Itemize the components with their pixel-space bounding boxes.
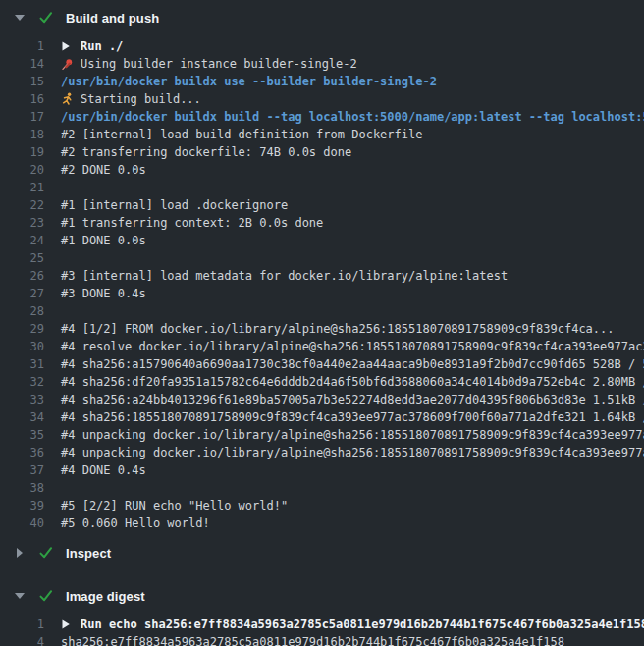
line-number[interactable]: 24 <box>0 232 44 249</box>
log-text: #4 resolve docker.io/library/alpine@sha2… <box>61 338 644 355</box>
log-text: #5 0.060 Hello world! <box>61 514 210 532</box>
log-text: Starting build... <box>80 90 201 108</box>
log-line: 32 #4 sha256:df20fa9351a15782c64e6dddb2d… <box>0 373 644 391</box>
log-text: #4 unpacking docker.io/library/alpine@sh… <box>61 426 644 444</box>
log-text: /usr/bin/docker buildx build --tag local… <box>61 108 644 126</box>
line-number[interactable]: 21 <box>0 179 44 196</box>
log-line: 39 #5 [2/2] RUN echo "Hello world!" <box>0 497 644 514</box>
success-check-icon <box>38 545 54 561</box>
runner-icon <box>61 90 76 108</box>
chevron-down-icon[interactable] <box>14 590 26 602</box>
pushpin-icon <box>61 55 76 73</box>
line-number[interactable]: 15 <box>0 73 44 90</box>
log-line: 29 #4 [1/2] FROM docker.io/library/alpin… <box>0 320 644 338</box>
log-line: 33 #4 sha256:a24bb4013296f61e89ba57005a7… <box>0 391 644 408</box>
line-number[interactable]: 36 <box>0 444 44 461</box>
log-line: 17 /usr/bin/docker buildx build --tag lo… <box>0 108 644 126</box>
section-log-lines: 1 Run ./ 14 Using builder instance build… <box>0 37 644 532</box>
log-text: #2 [internal] load build definition from… <box>61 126 422 143</box>
chevron-right-icon[interactable] <box>14 547 26 559</box>
log-line: 1 Run ./ <box>0 37 644 55</box>
log-text: Run echo sha256:e7ff8834a5963a2785c5a081… <box>80 616 644 633</box>
play-icon[interactable] <box>61 37 76 55</box>
section-title: Build and push <box>66 11 159 26</box>
line-number[interactable]: 18 <box>0 126 44 143</box>
section-header[interactable]: Build and push <box>0 6 644 29</box>
line-number[interactable]: 34 <box>0 408 44 426</box>
play-icon[interactable] <box>61 616 76 633</box>
log-line: 18 #2 [internal] load build definition f… <box>0 126 644 143</box>
log-line: 1 Run echo sha256:e7ff8834a5963a2785c5a0… <box>0 616 644 633</box>
line-number[interactable]: 40 <box>0 514 44 532</box>
line-number[interactable]: 4 <box>0 633 44 646</box>
log-text: #4 sha256:a24bb4013296f61e89ba57005a7b3e… <box>61 391 644 408</box>
section-header[interactable]: Image digest <box>0 584 644 608</box>
log-text: #2 DONE 0.0s <box>61 161 146 179</box>
log-line: 15 /usr/bin/docker buildx use --builder … <box>0 73 644 90</box>
log-line: 30 #4 resolve docker.io/library/alpine@s… <box>0 338 644 355</box>
log-text: #1 DONE 0.0s <box>61 232 146 249</box>
line-number[interactable]: 26 <box>0 267 44 285</box>
line-number[interactable]: 1 <box>0 616 44 633</box>
log-section: Build and push 1 Run ./ 14 Using builder… <box>0 6 644 532</box>
line-number[interactable]: 20 <box>0 161 44 179</box>
section-title: Image digest <box>66 589 145 604</box>
log-text: #4 sha256:a15790640a6690aa1730c38cf0a440… <box>61 355 644 373</box>
log-text: sha256:e7ff8834a5963a2785c5a0811e979d16b… <box>61 633 564 646</box>
line-number[interactable]: 32 <box>0 373 44 391</box>
line-number[interactable]: 28 <box>0 302 44 320</box>
log-text: /usr/bin/docker buildx use --builder bui… <box>61 73 437 90</box>
line-number[interactable]: 31 <box>0 355 44 373</box>
line-number[interactable]: 37 <box>0 461 44 479</box>
chevron-down-icon[interactable] <box>14 12 26 24</box>
line-number[interactable]: 1 <box>0 37 44 55</box>
log-text: #4 [1/2] FROM docker.io/library/alpine@s… <box>61 320 615 338</box>
line-number[interactable]: 19 <box>0 143 44 161</box>
section-header[interactable]: Inspect <box>0 541 644 565</box>
log-line: 37 #4 DONE 0.4s <box>0 461 644 479</box>
log-text: #2 transferring dockerfile: 74B 0.0s don… <box>61 143 351 161</box>
line-number[interactable]: 30 <box>0 338 44 355</box>
log-text: #3 DONE 0.4s <box>61 285 146 302</box>
log-line: 36 #4 unpacking docker.io/library/alpine… <box>0 444 644 461</box>
log-text: #1 transferring context: 2B 0.0s done <box>61 214 323 232</box>
log-text: #3 [internal] load metadata for docker.i… <box>61 267 508 285</box>
line-number[interactable]: 33 <box>0 391 44 408</box>
log-text: #4 sha256:df20fa9351a15782c64e6dddb2d4a6… <box>61 373 644 391</box>
log-section: Inspect <box>0 541 644 565</box>
log-line: 26 #3 [internal] load metadata for docke… <box>0 267 644 285</box>
log-line: 40 #5 0.060 Hello world! <box>0 514 644 532</box>
log-section: Image digest 1 Run echo sha256:e7ff8834a… <box>0 584 644 646</box>
line-number[interactable]: 23 <box>0 214 44 232</box>
line-number[interactable]: 27 <box>0 285 44 302</box>
log-line: 23 #1 transferring context: 2B 0.0s done <box>0 214 644 232</box>
log-line: 28 <box>0 302 644 320</box>
line-number[interactable]: 25 <box>0 249 44 267</box>
line-number[interactable]: 39 <box>0 497 44 514</box>
log-text: #4 unpacking docker.io/library/alpine@sh… <box>61 444 644 461</box>
actions-log-root: Build and push 1 Run ./ 14 Using builder… <box>0 0 644 646</box>
log-text: #1 [internal] load .dockerignore <box>61 196 288 214</box>
log-line: 27 #3 DONE 0.4s <box>0 285 644 302</box>
log-line: 14 Using builder instance builder-single… <box>0 55 644 73</box>
log-text: #4 DONE 0.4s <box>61 461 146 479</box>
log-line: 20 #2 DONE 0.0s <box>0 161 644 179</box>
log-text: Run ./ <box>80 37 123 55</box>
line-number[interactable]: 38 <box>0 479 44 497</box>
line-number[interactable]: 17 <box>0 108 44 126</box>
log-line: 24 #1 DONE 0.0s <box>0 232 644 249</box>
log-line: 34 #4 sha256:185518070891758909c9f839cf4… <box>0 408 644 426</box>
line-number[interactable]: 22 <box>0 196 44 214</box>
line-number[interactable]: 29 <box>0 320 44 338</box>
line-number[interactable]: 16 <box>0 90 44 108</box>
line-number[interactable]: 14 <box>0 55 44 73</box>
success-check-icon <box>38 10 54 26</box>
log-text: #5 [2/2] RUN echo "Hello world!" <box>61 497 288 514</box>
section-log-lines: 1 Run echo sha256:e7ff8834a5963a2785c5a0… <box>0 616 644 646</box>
log-text: #4 sha256:185518070891758909c9f839cf4ca3… <box>61 408 644 426</box>
log-line: 38 <box>0 479 644 497</box>
line-number[interactable]: 35 <box>0 426 44 444</box>
log-line: 4 sha256:e7ff8834a5963a2785c5a0811e979d1… <box>0 633 644 646</box>
success-check-icon <box>38 588 54 604</box>
log-text: Using builder instance builder-single-2 <box>80 55 357 73</box>
